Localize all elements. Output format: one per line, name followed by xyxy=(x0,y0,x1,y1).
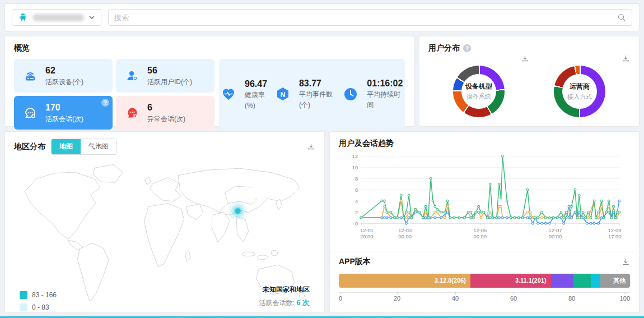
overview-title: 概览 xyxy=(14,43,405,53)
device-icon xyxy=(22,67,39,84)
axis-tick-label: 0 xyxy=(339,295,342,302)
stat-label: 异常会话(次) xyxy=(147,115,185,123)
metric-avg-events: N 83.77平均事件数(个) xyxy=(273,79,341,110)
legend-item[interactable]: 83 - 166 xyxy=(20,291,57,299)
divider xyxy=(330,252,639,252)
metric-value: 96.47 xyxy=(245,79,267,89)
map-legend: 83 - 1660 - 83 xyxy=(20,287,57,311)
app-selector-dropdown[interactable] xyxy=(12,9,101,26)
search-icon[interactable] xyxy=(617,13,626,22)
legend-label: 83 - 166 xyxy=(32,291,57,299)
svg-text:12-0700:00: 12-0700:00 xyxy=(548,228,562,239)
download-icon[interactable] xyxy=(307,142,315,151)
donut-chart-device-model: 设备机型 操作系统 xyxy=(453,66,505,117)
metric-health-rate: 96.47健康率(%) xyxy=(219,79,273,110)
android-icon xyxy=(18,12,28,22)
stat-label: 活跃用户ID(个) xyxy=(147,78,192,86)
toggle-bubble-button[interactable]: 气泡图 xyxy=(81,139,116,154)
axis-tick-label: 20 xyxy=(394,295,400,302)
chat-icon xyxy=(22,104,39,121)
axis-tick-label: 100 xyxy=(620,295,630,302)
chat-alert-icon xyxy=(124,104,141,121)
bar-segment xyxy=(591,274,600,287)
user-icon xyxy=(124,67,141,84)
stat-label: 活跃会话(次) xyxy=(45,115,83,123)
user-distribution-title: 用户分布 xyxy=(428,43,460,53)
bar-segment: 其他 xyxy=(600,274,630,287)
bar-segment xyxy=(573,274,591,287)
map-marker xyxy=(228,202,247,220)
bar-segment: 3.12.0(206) xyxy=(339,274,470,287)
legend-swatch xyxy=(20,291,27,299)
bar-segment: 3.11.1(201) xyxy=(470,274,551,287)
app-selector-blurred-name xyxy=(32,14,84,21)
hexagon-n-icon: N xyxy=(273,85,292,104)
svg-text:12-0817:00: 12-0817:00 xyxy=(608,228,622,239)
svg-text:8: 8 xyxy=(355,176,358,182)
legend-label: 0 - 83 xyxy=(32,303,49,311)
metric-label: 平均事件数(个) xyxy=(299,90,333,109)
axis-tick-label: 40 xyxy=(452,295,459,302)
metric-label: 平均持续时间 xyxy=(367,90,400,109)
trend-chart: 02468101212-0120:0012-0300:0012-0500:001… xyxy=(339,151,630,248)
legend-item[interactable]: 0 - 83 xyxy=(20,303,57,311)
map-footnote: 未知国家和地区 活跃会话数: 6 次 xyxy=(259,285,310,308)
footnote-value: 6 次 xyxy=(296,298,310,307)
metric-value: 83.77 xyxy=(299,79,321,88)
stat-value: 62 xyxy=(45,66,55,75)
app-version-title: APP版本 xyxy=(339,257,371,267)
stat-card-active-users[interactable]: 56活跃用户ID(个) xyxy=(116,59,214,93)
stat-card-abnormal-sessions[interactable]: 6异常会话(次) xyxy=(116,96,214,130)
donut-chart-carrier: 运营商 接入方式 xyxy=(554,66,605,117)
region-title: 地区分布 xyxy=(14,142,45,152)
trends-title: 用户及会话趋势 xyxy=(339,139,630,149)
overview-metrics-card: 96.47健康率(%) N 83.77平均事件数(个) 01:16:02平均持续… xyxy=(219,59,405,130)
svg-text:12-0120:00: 12-0120:00 xyxy=(360,228,374,239)
download-icon[interactable] xyxy=(521,54,529,64)
footnote-title: 未知国家和地区 xyxy=(259,285,310,294)
toggle-map-button[interactable]: 地图 xyxy=(52,139,81,154)
world-map[interactable]: 83 - 1660 - 83 未知国家和地区 活跃会话数: 6 次 xyxy=(14,157,315,316)
stat-value: 170 xyxy=(45,103,60,112)
svg-text:12: 12 xyxy=(352,154,358,159)
download-icon[interactable] xyxy=(622,258,630,266)
map-view-toggle: 地图 气泡图 xyxy=(51,139,117,155)
svg-text:4: 4 xyxy=(355,199,358,204)
app-version-bar: 3.12.0(206)3.11.1(201)其他 xyxy=(339,274,630,287)
donut-center-title: 运营商 xyxy=(570,82,590,91)
app-version-axis: 020406080100 xyxy=(339,292,630,306)
legend-swatch xyxy=(20,303,27,311)
donut-center-subtitle: 操作系统 xyxy=(466,93,491,101)
search-box xyxy=(108,9,632,26)
stat-value: 6 xyxy=(147,103,152,112)
donut-center-title: 设备机型 xyxy=(465,82,492,91)
help-icon[interactable]: ? xyxy=(463,44,471,52)
metric-value: 01:16:02 xyxy=(367,79,403,88)
help-icon[interactable]: ? xyxy=(101,99,109,107)
metric-avg-duration: 01:16:02平均持续时间 xyxy=(341,79,405,110)
panel-user-distribution: 用户分布 ? 设备机型 操作系统 xyxy=(419,36,640,127)
download-icon[interactable] xyxy=(622,54,630,64)
svg-text:0: 0 xyxy=(355,221,358,227)
bar-segment xyxy=(551,274,573,287)
stat-value: 56 xyxy=(147,66,157,75)
axis-tick-label: 60 xyxy=(510,295,517,302)
panel-overview: 概览 62活跃设备(个) 56活跃用户ID(个) ? xyxy=(4,36,414,127)
axis-tick-label: 80 xyxy=(568,295,575,302)
svg-text:6: 6 xyxy=(355,187,358,193)
stat-card-active-devices[interactable]: 62活跃设备(个) xyxy=(14,59,113,93)
panel-trends-appversion: 用户及会话趋势 02468101212-0120:0012-0300:0012-… xyxy=(329,131,640,313)
donut-device-model-block: 设备机型 操作系统 xyxy=(428,54,529,117)
footnote-label: 活跃会话数: xyxy=(259,299,294,307)
donut-center-subtitle: 接入方式 xyxy=(567,93,592,101)
chevron-down-icon xyxy=(88,14,95,21)
panel-region-distribution: 地区分布 地图 气泡图 xyxy=(4,131,325,313)
search-input[interactable] xyxy=(114,13,617,22)
svg-text:12-0300:00: 12-0300:00 xyxy=(398,228,412,239)
heart-pulse-icon xyxy=(219,85,238,104)
donut-carrier-block: 运营商 接入方式 xyxy=(529,54,630,117)
overview-cards: 62活跃设备(个) 56活跃用户ID(个) ? 170活跃会话(次) xyxy=(14,59,214,130)
svg-text:10: 10 xyxy=(352,165,358,170)
stat-card-active-sessions[interactable]: ? 170活跃会话(次) xyxy=(14,96,113,130)
stat-label: 活跃设备(个) xyxy=(45,78,83,86)
